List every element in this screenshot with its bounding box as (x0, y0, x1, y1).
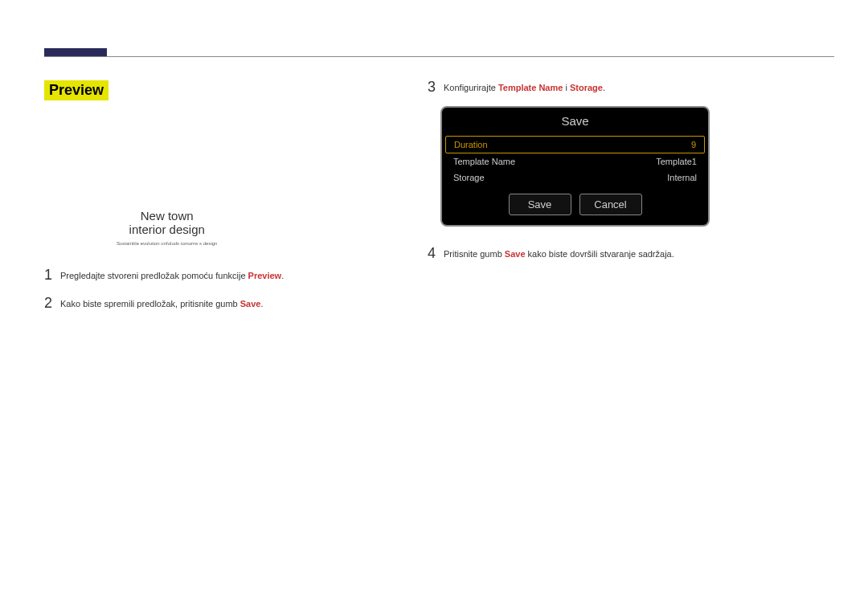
text: Pregledajte stvoreni predložak pomoću fu… (60, 271, 248, 280)
text: Konfigurirajte (444, 83, 498, 92)
section-title: Preview (44, 80, 108, 100)
row-label: Storage (453, 173, 485, 182)
save-button[interactable]: Save (509, 194, 571, 215)
save-dialog: Save Duration 9 Template Name Template1 … (440, 106, 710, 227)
step-1: 1 Pregledajte stvoreni predložak pomoću … (44, 267, 422, 284)
text: . (260, 299, 263, 309)
preview-content: New town interior design Sustainble evol… (117, 209, 217, 246)
steps-left: 1 Pregledajte stvoreni predložak pomoću … (44, 267, 422, 323)
row-label: Duration (454, 140, 488, 149)
row-value: 9 (691, 140, 696, 149)
text: i (563, 83, 570, 92)
step-4-row: 4 Pritisnite gumb Save kako biste dovrši… (428, 245, 825, 273)
step-text: Konfigurirajte Template Name i Storage. (444, 79, 605, 94)
step-2: 2 Kako biste spremili predložak, pritisn… (44, 295, 422, 312)
row-value: Internal (667, 173, 697, 182)
dialog-row-duration[interactable]: Duration 9 (445, 136, 705, 153)
step-text: Kako biste spremili predložak, pritisnit… (60, 295, 264, 310)
dialog-row-template-name[interactable]: Template Name Template1 (442, 153, 708, 170)
row-value: Template1 (656, 157, 697, 166)
text: . (603, 83, 605, 92)
step-4: 4 Pritisnite gumb Save kako biste dovrši… (428, 245, 825, 262)
step-number: 2 (44, 295, 60, 312)
row-label: Template Name (453, 157, 515, 166)
dialog-title: Save (442, 108, 708, 136)
step-3: 3 Konfigurirajte Template Name i Storage… (428, 79, 825, 96)
highlight: Save (505, 249, 526, 259)
highlight: Template Name (498, 83, 563, 92)
text: Kako biste spremili predložak, pritisnit… (60, 299, 240, 309)
step-text: Pritisnite gumb Save kako biste dovršili… (444, 245, 674, 260)
preview-line2: interior design (117, 223, 217, 236)
preview-subtext: Sustainble evolution unfolods tomorrw s … (117, 241, 217, 246)
highlight: Preview (248, 271, 282, 280)
step-number: 1 (44, 267, 60, 284)
dialog-row-storage[interactable]: Storage Internal (442, 170, 708, 186)
text: . (281, 271, 284, 280)
step-number: 4 (428, 245, 444, 262)
step-number: 3 (428, 79, 444, 96)
step-3-row: 3 Konfigurirajte Template Name i Storage… (428, 79, 825, 107)
dialog-buttons: Save Cancel (442, 186, 708, 225)
text: kako biste dovršili stvaranje sadržaja. (526, 249, 674, 259)
cancel-button[interactable]: Cancel (579, 194, 642, 215)
highlight: Storage (570, 83, 603, 92)
text: Pritisnite gumb (444, 249, 505, 259)
header-accent (44, 48, 107, 56)
step-text: Pregledajte stvoreni predložak pomoću fu… (60, 267, 284, 282)
header-line (44, 56, 834, 57)
preview-line1: New town (117, 209, 217, 223)
highlight: Save (240, 299, 261, 309)
